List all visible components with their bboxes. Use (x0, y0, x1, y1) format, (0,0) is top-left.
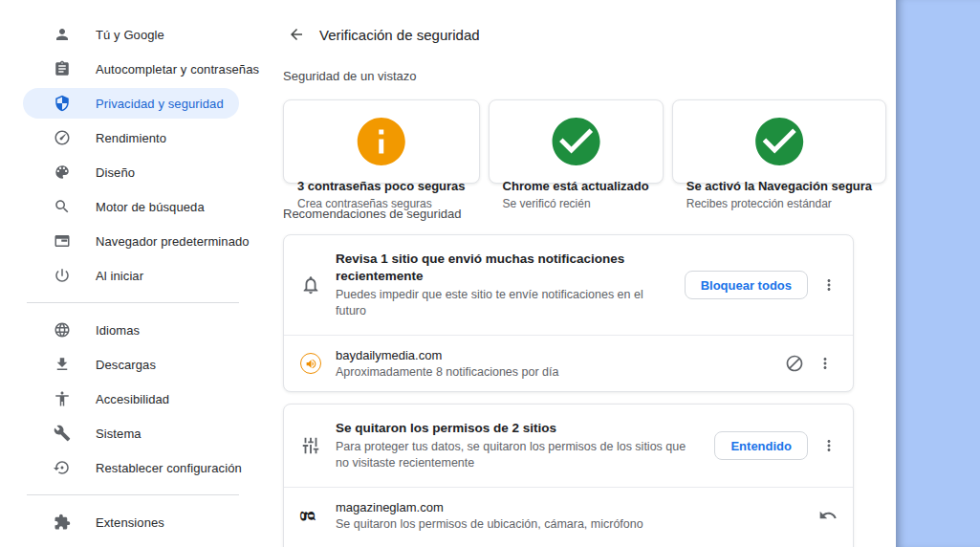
sidebar-item-navegador-predeterminado[interactable]: Navegador predeterminado (0, 224, 268, 258)
safety-overview-cards: 3 contraseñas poco seguras Crea contrase… (283, 99, 854, 184)
got-it-button[interactable]: Entendido (714, 431, 808, 460)
more-options-icon[interactable] (820, 276, 838, 294)
speedometer-icon (54, 129, 71, 146)
chrome-update-status-card[interactable]: Chrome está actualizado Se verificó reci… (489, 99, 664, 184)
notifications-card-header: Revisa 1 sitio que envió muchas notifica… (284, 235, 853, 335)
bell-icon (300, 274, 321, 295)
site-detail: Aproximadamente 8 notificaciones por día (336, 364, 785, 381)
sidebar-item-sistema[interactable]: Sistema (0, 416, 268, 450)
recommendation-subtitle: Puedes impedir que este sitio te envíe n… (336, 287, 671, 319)
block-all-button[interactable]: Bloquear todos (685, 271, 808, 299)
sidebar-item-label: Tú y Google (96, 28, 164, 42)
screen: Tú y Google Autocompletar y contraseñas … (0, 0, 980, 547)
sidebar-item-motor-busqueda[interactable]: Motor de búsqueda (0, 189, 268, 224)
sidebar-item-label: Rendimiento (96, 131, 166, 145)
site-row-gurushape: GS gurushape.com Se quitaron los permiso… (284, 543, 853, 547)
back-button[interactable] (283, 21, 310, 48)
main-panel: Verificación de seguridad Seguridad de u… (268, 0, 896, 547)
sidebar-item-tu-y-google[interactable]: Tú y Google (0, 17, 268, 52)
sidebar-item-label: Al iniciar (96, 269, 143, 283)
page-header: Verificación de seguridad (283, 21, 854, 48)
baydailymedia-favicon (300, 353, 321, 374)
globe-icon (54, 321, 71, 339)
check-circle-icon (503, 113, 649, 170)
recommendation-subtitle: Para proteger tus datos, se quitaron los… (336, 439, 701, 471)
overview-section-title: Seguridad de un vistazo (283, 69, 854, 86)
card-title: 3 contraseñas poco seguras (297, 179, 466, 193)
magazineglam-favicon: g (300, 505, 321, 526)
recommendation-title: Se quitaron los permisos de 2 sitios (336, 420, 701, 437)
sidebar-item-label: Sistema (96, 427, 142, 441)
site-domain: magazineglam.com (336, 499, 818, 515)
permissions-recommendation-card: Se quitaron los permisos de 2 sitios Par… (283, 404, 854, 547)
sidebar-item-label: Accesibilidad (96, 392, 169, 406)
clipboard-icon (54, 60, 71, 77)
undo-icon[interactable] (818, 506, 838, 525)
sidebar-item-privacidad[interactable]: Privacidad y seguridad (0, 86, 268, 120)
shield-icon (54, 95, 71, 112)
card-subtitle: Se verificó recién (503, 197, 649, 210)
sidebar-divider (27, 494, 239, 495)
notifications-recommendation-card: Revisa 1 sitio que envió muchas notifica… (283, 234, 854, 392)
sidebar-item-label: Restablecer configuración (96, 461, 242, 475)
site-domain: baydailymedia.com (336, 347, 785, 363)
site-row-baydailymedia: baydailymedia.com Aproximadamente 8 noti… (284, 336, 853, 391)
sidebar-item-label: Motor de búsqueda (96, 200, 205, 214)
page-title: Verificación de seguridad (319, 27, 480, 43)
sidebar-item-label: Navegador predeterminado (96, 234, 250, 249)
sidebar-item-descargas[interactable]: Descargas (0, 347, 268, 382)
permissions-tune-icon (300, 435, 321, 456)
search-icon (54, 198, 71, 215)
arrow-back-icon (288, 26, 305, 43)
passwords-status-card[interactable]: 3 contraseñas poco seguras Crea contrase… (283, 99, 480, 184)
card-subtitle: Recibes protección estándar (686, 197, 872, 210)
chrome-settings-window: Tú y Google Autocompletar y contraseñas … (0, 0, 896, 547)
sidebar-item-autocompletar[interactable]: Autocompletar y contraseñas (0, 52, 268, 86)
site-detail: Se quitaron los permisos de ubicación, c… (336, 516, 818, 533)
sidebar-item-acerca-de-chrome[interactable]: Acerca de Chrome (0, 539, 268, 547)
palette-icon (54, 164, 71, 181)
more-options-icon[interactable] (820, 437, 838, 454)
sidebar-item-label: Diseño (96, 165, 135, 180)
sidebar-item-label: Idiomas (96, 323, 140, 338)
puzzle-icon (54, 514, 71, 531)
reset-icon (54, 459, 71, 476)
sidebar-item-label: Privacidad y seguridad (96, 97, 224, 111)
sidebar-item-al-iniciar[interactable]: Al iniciar (0, 258, 268, 293)
sidebar-item-rendimiento[interactable]: Rendimiento (0, 120, 268, 155)
safe-browsing-status-card[interactable]: Se activó la Navegación segura Recibes p… (672, 99, 886, 184)
speaker-icon (305, 358, 317, 370)
settings-sidebar: Tú y Google Autocompletar y contraseñas … (0, 0, 268, 547)
sidebar-item-restablecer[interactable]: Restablecer configuración (0, 450, 268, 485)
card-title: Se activó la Navegación segura (686, 179, 872, 193)
block-icon[interactable] (785, 354, 804, 373)
permissions-card-header: Se quitaron los permisos de 2 sitios Par… (284, 405, 853, 487)
site-row-magazineglam: g magazineglam.com Se quitaron los permi… (284, 488, 853, 543)
sidebar-item-idiomas[interactable]: Idiomas (0, 313, 268, 347)
power-icon (54, 267, 71, 284)
wrench-icon (54, 425, 71, 442)
sidebar-item-label: Descargas (96, 358, 156, 372)
more-options-icon[interactable] (817, 355, 834, 372)
sidebar-item-extensiones[interactable]: Extensiones (0, 505, 268, 539)
person-icon (54, 26, 71, 43)
sidebar-divider (27, 302, 239, 303)
sidebar-item-accesibilidad[interactable]: Accesibilidad (0, 382, 268, 416)
recommendation-title: Revisa 1 sitio que envió muchas notifica… (336, 251, 671, 285)
sidebar-item-diseno[interactable]: Diseño (0, 155, 268, 189)
download-icon (54, 356, 71, 373)
sidebar-item-label: Extensiones (96, 515, 164, 530)
card-title: Chrome está actualizado (503, 179, 649, 193)
check-circle-icon (686, 113, 872, 170)
desktop-background-band (896, 0, 980, 547)
accessibility-icon (54, 390, 71, 407)
browser-icon (54, 232, 71, 250)
warning-info-icon (297, 113, 466, 170)
sidebar-item-label: Autocompletar y contraseñas (96, 62, 259, 77)
